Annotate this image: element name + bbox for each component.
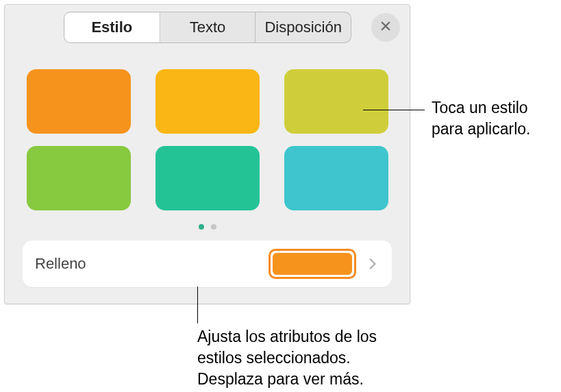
page-dot-1[interactable] — [211, 224, 216, 230]
tab-layout[interactable]: Disposición — [255, 12, 351, 42]
chevron-right-icon — [366, 257, 379, 271]
tab-layout-label: Disposición — [264, 19, 342, 36]
fill-color-inner — [273, 253, 352, 275]
tab-text[interactable]: Texto — [160, 12, 256, 42]
format-panel: Estilo Texto Disposición Relleno — [4, 4, 410, 304]
swatch-amber[interactable] — [155, 69, 260, 134]
swatch-teal[interactable] — [155, 146, 260, 210]
tab-bar: Estilo Texto Disposición — [64, 12, 351, 43]
callout-bottom: Ajusta los atributos de los estilos sele… — [197, 326, 410, 390]
tab-text-label: Texto — [190, 19, 226, 36]
callout-line-bottom — [197, 286, 198, 323]
swatch-olive[interactable] — [284, 69, 388, 134]
style-swatch-grid — [27, 69, 390, 210]
page-indicator — [5, 224, 410, 234]
callout-line-top — [363, 110, 425, 110]
fill-row[interactable]: Relleno — [23, 241, 392, 287]
close-icon — [379, 20, 392, 35]
tab-style-label: Estilo — [91, 19, 132, 36]
fill-color-swatch[interactable] — [269, 249, 356, 279]
page-dot-0[interactable] — [199, 224, 204, 230]
close-button[interactable] — [371, 13, 400, 42]
callout-top: Toca un estilo para aplicarlo. — [432, 97, 555, 140]
fill-label: Relleno — [35, 255, 269, 273]
tab-style[interactable]: Estilo — [64, 12, 160, 42]
swatch-green[interactable] — [27, 146, 131, 210]
swatch-cyan[interactable] — [284, 146, 388, 210]
swatch-orange[interactable] — [27, 69, 131, 134]
